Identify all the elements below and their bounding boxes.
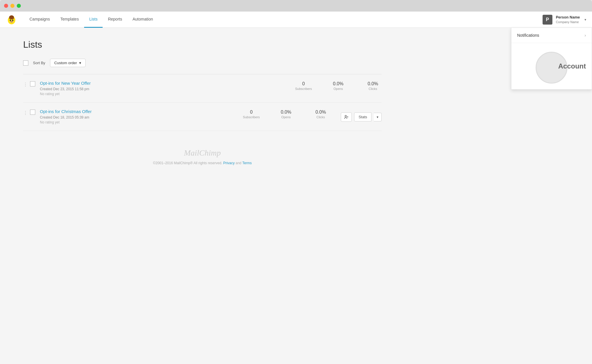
nav-reports[interactable]: Reports: [103, 12, 127, 28]
stat-clicks-1: 0.0% Clicks: [364, 81, 382, 90]
item-details-1: Opt-ins for New Year Offer Created Dec 2…: [35, 81, 295, 96]
user-menu-chevron-icon: ▾: [584, 18, 586, 22]
item-rating-1: No rating yet: [40, 92, 295, 96]
select-all-checkbox[interactable]: [23, 60, 28, 66]
sort-chevron-icon: ▾: [79, 61, 81, 65]
clicks-value-2: 0.0%: [312, 110, 329, 115]
minimize-button[interactable]: [10, 4, 14, 8]
user-dropdown-panel: Notifications › Account: [511, 28, 592, 90]
stats-dropdown-button[interactable]: ▾: [374, 113, 382, 121]
opens-value-2: 0.0%: [277, 110, 295, 115]
item-rating-2: No rating yet: [40, 120, 243, 124]
user-company: Company Name: [556, 20, 580, 24]
maximize-button[interactable]: [17, 4, 21, 8]
subscribers-count-2: 0: [243, 110, 260, 115]
privacy-link[interactable]: Privacy: [223, 161, 234, 165]
user-info: Person Name Company Name: [556, 15, 580, 24]
svg-point-4: [10, 19, 11, 21]
svg-point-10: [345, 115, 347, 117]
account-label: Account: [558, 62, 586, 70]
app-container: Campaigns Templates Lists Reports Automa…: [0, 12, 592, 364]
window-chrome: [0, 0, 592, 12]
mailchimp-logo[interactable]: [6, 14, 17, 25]
drag-handle-icon[interactable]: ⋮: [23, 110, 30, 116]
nav-templates[interactable]: Templates: [55, 12, 84, 28]
svg-point-8: [9, 17, 11, 19]
logo-icon: [6, 14, 17, 25]
item-created-2: Created Dec 18, 2015 05:39 am: [40, 115, 243, 119]
stat-subscribers-2: 0 Subscribers: [243, 110, 260, 119]
close-button[interactable]: [4, 4, 8, 8]
stat-subscribers-1: 0 Subscribers: [295, 81, 312, 90]
list-toolbar: Sort By Custom order ▾: [23, 59, 382, 67]
item-checkbox-1[interactable]: [30, 81, 35, 86]
footer: MailChimp ©2001–2016 MailChimp® All righ…: [23, 131, 382, 177]
account-area[interactable]: Account: [511, 43, 592, 89]
main-content: Lists Sort By Custom order ▾ ⋮ Opt-ins f…: [0, 28, 405, 188]
user-name: Person Name: [556, 15, 580, 20]
notifications-label: Notifications: [517, 33, 539, 38]
clicks-label-2: Clicks: [312, 115, 329, 119]
item-actions-2: Stats ▾: [341, 112, 382, 122]
nav-automation[interactable]: Automation: [127, 12, 158, 28]
topnav-wrapper: Campaigns Templates Lists Reports Automa…: [0, 12, 592, 28]
add-subscriber-button[interactable]: [341, 112, 352, 122]
opens-value-1: 0.0%: [330, 81, 347, 86]
footer-and-text: and: [236, 161, 242, 165]
list-name-2[interactable]: Opt-ins for Christmas Offer: [40, 109, 92, 114]
nav-links: Campaigns Templates Lists Reports Automa…: [24, 12, 543, 28]
svg-point-5: [12, 19, 14, 21]
list-item: ⋮ Opt-ins for Christmas Offer Created De…: [23, 103, 382, 131]
item-stats-1: 0 Subscribers 0.0% Opens 0.0% Clicks: [295, 81, 382, 90]
item-details-2: Opt-ins for Christmas Offer Created Dec …: [35, 109, 243, 124]
add-person-icon: [344, 115, 349, 119]
footer-logo: MailChimp: [23, 148, 382, 158]
stats-caret-icon: ▾: [377, 115, 378, 119]
notifications-item[interactable]: Notifications ›: [511, 28, 592, 43]
sort-value: Custom order: [54, 61, 77, 65]
nav-campaigns[interactable]: Campaigns: [24, 12, 55, 28]
list-name-1[interactable]: Opt-ins for New Year Offer: [40, 81, 91, 86]
notifications-chevron-icon: ›: [584, 33, 586, 38]
opens-label-1: Opens: [330, 87, 347, 90]
clicks-label-1: Clicks: [364, 87, 382, 90]
item-created-1: Created Dec 23, 2015 11:58 pm: [40, 87, 295, 91]
clicks-value-1: 0.0%: [364, 81, 382, 86]
top-navigation: Campaigns Templates Lists Reports Automa…: [0, 12, 592, 28]
item-checkbox-2[interactable]: [30, 110, 35, 115]
list-item: ⋮ Opt-ins for New Year Offer Created Dec…: [23, 74, 382, 103]
drag-handle-icon[interactable]: ⋮: [23, 81, 30, 87]
stat-clicks-2: 0.0% Clicks: [312, 110, 329, 119]
opens-label-2: Opens: [277, 115, 295, 119]
stats-button[interactable]: Stats: [354, 112, 371, 121]
subscribers-count-1: 0: [295, 81, 312, 86]
terms-link[interactable]: Terms: [242, 161, 252, 165]
nav-lists[interactable]: Lists: [84, 12, 103, 28]
sort-select[interactable]: Custom order ▾: [50, 59, 86, 67]
subscribers-label-1: Subscribers: [295, 87, 312, 90]
sort-by-label: Sort By: [33, 61, 45, 65]
stat-opens-2: 0.0% Opens: [277, 110, 295, 119]
user-avatar: P: [543, 15, 552, 25]
svg-point-9: [13, 17, 14, 19]
footer-logo-text: MailChimp: [184, 148, 221, 157]
footer-copyright-text: ©2001–2016 MailChimp® All rights reserve…: [153, 161, 223, 165]
footer-copyright: ©2001–2016 MailChimp® All rights reserve…: [23, 161, 382, 165]
item-stats-2: 0 Subscribers 0.0% Opens 0.0% Clicks: [243, 110, 329, 119]
stat-opens-1: 0.0% Opens: [330, 81, 347, 90]
user-menu[interactable]: P Person Name Company Name ▾: [543, 15, 586, 25]
page-title: Lists: [23, 39, 382, 50]
subscribers-label-2: Subscribers: [243, 115, 260, 119]
